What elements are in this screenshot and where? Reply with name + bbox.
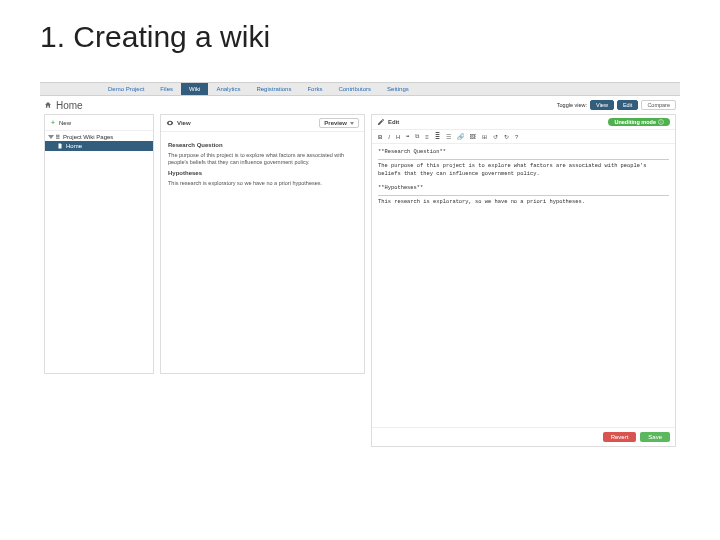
badge-label: Unediting mode (614, 119, 656, 125)
nav-registrations[interactable]: Registrations (248, 83, 299, 95)
page-header: Home Toggle view: View Edit Compare (40, 96, 680, 114)
revert-button[interactable]: Revert (603, 432, 637, 442)
slide-title: 1. Creating a wiki (40, 20, 270, 54)
svg-rect-0 (56, 135, 60, 136)
edit-footer: Revert Save (372, 427, 675, 446)
edit-title: Edit (388, 119, 399, 125)
nav-forks[interactable]: Forks (299, 83, 330, 95)
preview-dropdown[interactable]: Preview (319, 118, 359, 128)
stack-icon (55, 134, 61, 140)
eye-icon (166, 119, 174, 127)
tb-ul[interactable]: ≡ (424, 134, 430, 140)
tb-help[interactable]: ? (514, 134, 519, 140)
editor-toolbar: B I H ❝ ⧉ ≡ ≣ ☰ 🔗 🖼 ⊞ ↺ ↻ ? (372, 130, 675, 144)
toggle-label: Toggle view: (557, 102, 587, 108)
view-panel: View Preview Research Question The purpo… (160, 114, 365, 374)
toggle-edit[interactable]: Edit (617, 100, 638, 110)
view-p1: The purpose of this project is to explor… (168, 152, 357, 166)
info-icon (658, 119, 664, 125)
tb-redo[interactable]: ↻ (503, 133, 510, 140)
save-button[interactable]: Save (640, 432, 670, 442)
tb-ol[interactable]: ≣ (434, 133, 441, 140)
tb-italic[interactable]: I (387, 134, 391, 140)
nav-analytics[interactable]: Analytics (208, 83, 248, 95)
tb-heading[interactable]: H (395, 134, 401, 140)
nav-panel: ＋ New Project Wiki Pages Home (44, 114, 154, 374)
new-page-button[interactable]: ＋ New (45, 115, 153, 131)
tb-image[interactable]: 🖼 (469, 134, 477, 140)
view-body: Research Question The purpose of this pr… (161, 132, 364, 196)
toggle-compare[interactable]: Compare (641, 100, 676, 110)
tb-link[interactable]: 🔗 (456, 133, 465, 140)
tb-quote[interactable]: ❝ (405, 133, 410, 140)
svg-rect-5 (661, 121, 662, 122)
nav-settings[interactable]: Settings (379, 83, 417, 95)
nav-files[interactable]: Files (152, 83, 181, 95)
svg-rect-1 (56, 136, 60, 137)
page-tree: Project Wiki Pages Home (45, 131, 153, 153)
tree-root[interactable]: Project Wiki Pages (45, 133, 153, 141)
columns: ＋ New Project Wiki Pages Home (40, 114, 680, 447)
top-nav: Demo Project Files Wiki Analytics Regist… (40, 82, 680, 96)
tb-hr[interactable]: ☰ (445, 133, 452, 140)
plus-icon: ＋ (50, 118, 56, 127)
view-title: View (177, 120, 191, 126)
new-label: New (59, 120, 71, 126)
svg-rect-2 (56, 138, 60, 139)
caret-down-icon (48, 135, 54, 139)
page-title: Home (56, 100, 83, 111)
svg-rect-4 (661, 122, 662, 124)
preview-label: Preview (324, 120, 347, 126)
edit-panel: Edit Unediting mode B I H ❝ ⧉ ≡ ≣ ☰ (371, 114, 676, 447)
home-icon (44, 101, 52, 109)
app-screenshot: Demo Project Files Wiki Analytics Regist… (40, 82, 680, 502)
tb-table[interactable]: ⊞ (481, 133, 488, 140)
nav-project[interactable]: Demo Project (100, 83, 152, 95)
view-p2: This research is exploratory so we have … (168, 180, 357, 187)
nav-contributors[interactable]: Contributors (330, 83, 379, 95)
nav-wiki[interactable]: Wiki (181, 83, 208, 95)
editing-mode-badge[interactable]: Unediting mode (608, 118, 670, 126)
document-icon (57, 143, 63, 149)
tree-item-label: Home (66, 143, 82, 149)
tb-undo[interactable]: ↺ (492, 133, 499, 140)
tb-bold[interactable]: B (377, 134, 383, 140)
tb-code[interactable]: ⧉ (414, 133, 420, 140)
view-h2: Hypotheses (168, 170, 357, 178)
tree-item-home[interactable]: Home (45, 141, 153, 151)
toggle-view[interactable]: View (590, 100, 614, 110)
view-h1: Research Question (168, 142, 357, 150)
tree-root-label: Project Wiki Pages (63, 134, 113, 140)
pencil-icon (377, 118, 385, 126)
chevron-down-icon (350, 122, 354, 125)
editor-textarea[interactable]: **Research Question** The purpose of thi… (372, 144, 675, 427)
